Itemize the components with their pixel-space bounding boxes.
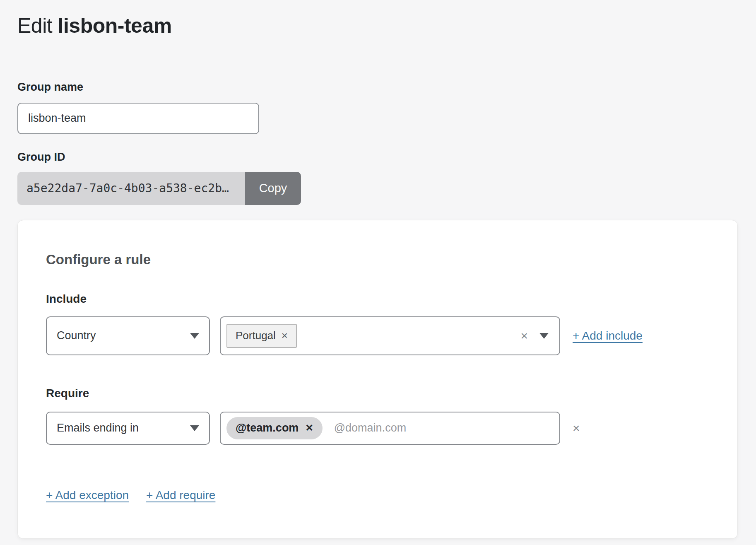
rule-footer-links: + Add exception + Add require [46, 489, 709, 502]
copy-button[interactable]: Copy [245, 172, 301, 205]
group-name-label: Group name [17, 81, 739, 94]
page-title-prefix: Edit [17, 14, 52, 37]
add-include-link[interactable]: + Add include [573, 329, 643, 342]
require-selector-select[interactable]: Emails ending in [46, 412, 210, 445]
include-selector-select[interactable]: Country [46, 316, 210, 355]
include-section-label: Include [46, 292, 709, 306]
remove-tag-icon[interactable]: × [282, 329, 288, 342]
caret-down-icon [190, 425, 199, 431]
page-title-group-name: lisbon-team [58, 14, 172, 37]
card-heading: Configure a rule [46, 220, 709, 268]
caret-down-icon [539, 333, 549, 339]
add-require-link[interactable]: + Add require [146, 489, 215, 502]
group-id-value: a5e22da7-7a0c-4b03-a538-ec2b… [17, 172, 245, 205]
require-section-label: Require [46, 387, 709, 400]
group-name-input[interactable] [17, 103, 259, 134]
tag-label: Portugal [236, 329, 276, 342]
configure-rule-card: Configure a rule Include Country Portuga… [17, 220, 738, 539]
include-selector-value: Country [57, 329, 96, 342]
email-domain-input[interactable] [334, 422, 551, 434]
require-rule-row: Emails ending in @team.com ✕ × [46, 412, 709, 445]
page-title: Edit lisbon-team [17, 15, 739, 37]
include-rule-row: Country Portugal × × + Add include [46, 316, 709, 355]
caret-down-icon [190, 333, 199, 339]
group-id-label: Group ID [17, 151, 739, 164]
edit-group-page: Edit lisbon-team Group name Group ID a5e… [0, 15, 756, 539]
require-email-input-box[interactable]: @team.com ✕ [220, 412, 560, 445]
add-exception-link[interactable]: + Add exception [46, 489, 129, 502]
include-value-multiselect[interactable]: Portugal × × [220, 316, 560, 355]
remove-chip-icon[interactable]: ✕ [305, 422, 313, 434]
chip-label: @team.com [236, 422, 299, 434]
group-id-row: a5e22da7-7a0c-4b03-a538-ec2b… Copy [17, 172, 301, 205]
require-selector-value: Emails ending in [57, 422, 139, 434]
clear-selection-icon[interactable]: × [520, 330, 528, 342]
remove-rule-icon[interactable]: × [573, 422, 580, 434]
email-domain-chip: @team.com ✕ [226, 417, 323, 439]
selected-country-tag: Portugal × [226, 324, 297, 348]
